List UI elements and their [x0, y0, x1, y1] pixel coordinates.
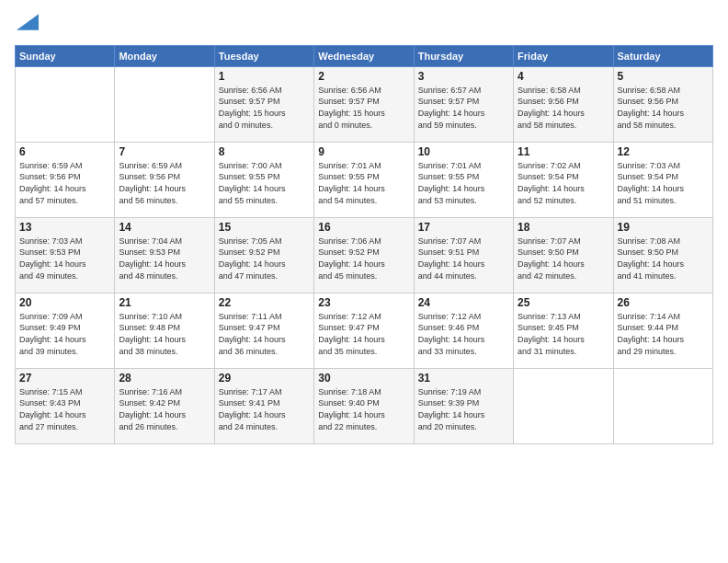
calendar-cell: 28Sunrise: 7:16 AM Sunset: 9:42 PM Dayli…	[115, 368, 214, 443]
calendar-cell: 17Sunrise: 7:07 AM Sunset: 9:51 PM Dayli…	[414, 217, 513, 293]
week-row-2: 6Sunrise: 6:59 AM Sunset: 9:56 PM Daylig…	[16, 142, 713, 217]
day-number: 27	[19, 372, 110, 385]
day-number: 7	[119, 145, 210, 158]
day-number: 13	[19, 221, 110, 234]
day-info: Sunrise: 7:02 AM Sunset: 9:54 PM Dayligh…	[518, 160, 609, 206]
page-header	[15, 15, 713, 38]
calendar-cell: 26Sunrise: 7:14 AM Sunset: 9:44 PM Dayli…	[613, 293, 712, 368]
day-info: Sunrise: 6:58 AM Sunset: 9:56 PM Dayligh…	[618, 85, 709, 131]
day-info: Sunrise: 7:18 AM Sunset: 9:40 PM Dayligh…	[318, 386, 409, 432]
calendar-cell: 13Sunrise: 7:03 AM Sunset: 9:53 PM Dayli…	[16, 217, 115, 293]
day-info: Sunrise: 7:12 AM Sunset: 9:47 PM Dayligh…	[318, 311, 409, 357]
col-header-sunday: Sunday	[16, 45, 115, 66]
day-number: 6	[19, 145, 110, 158]
calendar-cell: 16Sunrise: 7:06 AM Sunset: 9:52 PM Dayli…	[314, 217, 414, 293]
day-info: Sunrise: 7:15 AM Sunset: 9:43 PM Dayligh…	[19, 386, 110, 432]
week-row-1: 1Sunrise: 6:56 AM Sunset: 9:57 PM Daylig…	[16, 66, 713, 142]
calendar-cell: 2Sunrise: 6:56 AM Sunset: 9:57 PM Daylig…	[314, 66, 414, 142]
day-info: Sunrise: 7:07 AM Sunset: 9:50 PM Dayligh…	[518, 236, 609, 282]
week-row-5: 27Sunrise: 7:15 AM Sunset: 9:43 PM Dayli…	[16, 368, 713, 443]
day-number: 18	[518, 221, 609, 234]
col-header-friday: Friday	[514, 45, 613, 66]
calendar-cell: 24Sunrise: 7:12 AM Sunset: 9:46 PM Dayli…	[414, 293, 513, 368]
logo	[15, 15, 39, 38]
col-header-wednesday: Wednesday	[314, 45, 414, 66]
calendar-cell: 14Sunrise: 7:04 AM Sunset: 9:53 PM Dayli…	[115, 217, 214, 293]
calendar-cell: 1Sunrise: 6:56 AM Sunset: 9:57 PM Daylig…	[214, 66, 313, 142]
day-info: Sunrise: 7:12 AM Sunset: 9:46 PM Dayligh…	[418, 311, 509, 357]
calendar-cell: 8Sunrise: 7:00 AM Sunset: 9:55 PM Daylig…	[214, 142, 313, 217]
calendar-cell: 6Sunrise: 6:59 AM Sunset: 9:56 PM Daylig…	[16, 142, 115, 217]
day-info: Sunrise: 6:56 AM Sunset: 9:57 PM Dayligh…	[318, 85, 409, 131]
day-info: Sunrise: 7:01 AM Sunset: 9:55 PM Dayligh…	[318, 160, 409, 206]
day-info: Sunrise: 7:13 AM Sunset: 9:45 PM Dayligh…	[518, 311, 609, 357]
day-number: 17	[418, 221, 509, 234]
calendar-cell: 9Sunrise: 7:01 AM Sunset: 9:55 PM Daylig…	[314, 142, 414, 217]
day-number: 29	[219, 372, 310, 385]
day-number: 10	[418, 145, 509, 158]
calendar-cell: 21Sunrise: 7:10 AM Sunset: 9:48 PM Dayli…	[115, 293, 214, 368]
calendar-cell: 22Sunrise: 7:11 AM Sunset: 9:47 PM Dayli…	[214, 293, 313, 368]
day-info: Sunrise: 7:03 AM Sunset: 9:54 PM Dayligh…	[618, 160, 709, 206]
calendar-cell	[514, 368, 613, 443]
calendar-cell: 15Sunrise: 7:05 AM Sunset: 9:52 PM Dayli…	[214, 217, 313, 293]
day-number: 21	[119, 296, 210, 309]
day-info: Sunrise: 7:16 AM Sunset: 9:42 PM Dayligh…	[119, 386, 210, 432]
day-number: 1	[219, 70, 310, 83]
day-info: Sunrise: 6:59 AM Sunset: 9:56 PM Dayligh…	[119, 160, 210, 206]
day-number: 14	[119, 221, 210, 234]
day-info: Sunrise: 7:17 AM Sunset: 9:41 PM Dayligh…	[219, 386, 310, 432]
day-info: Sunrise: 7:00 AM Sunset: 9:55 PM Dayligh…	[219, 160, 310, 206]
calendar-cell: 30Sunrise: 7:18 AM Sunset: 9:40 PM Dayli…	[314, 368, 414, 443]
week-row-4: 20Sunrise: 7:09 AM Sunset: 9:49 PM Dayli…	[16, 293, 713, 368]
day-number: 26	[618, 296, 709, 309]
day-number: 20	[19, 296, 110, 309]
calendar-cell: 11Sunrise: 7:02 AM Sunset: 9:54 PM Dayli…	[514, 142, 613, 217]
day-number: 22	[219, 296, 310, 309]
calendar-cell: 4Sunrise: 6:58 AM Sunset: 9:56 PM Daylig…	[514, 66, 613, 142]
day-info: Sunrise: 7:08 AM Sunset: 9:50 PM Dayligh…	[618, 236, 709, 282]
day-number: 15	[219, 221, 310, 234]
day-number: 16	[318, 221, 409, 234]
calendar-cell: 25Sunrise: 7:13 AM Sunset: 9:45 PM Dayli…	[514, 293, 613, 368]
day-info: Sunrise: 6:57 AM Sunset: 9:57 PM Dayligh…	[418, 85, 509, 131]
calendar-cell: 18Sunrise: 7:07 AM Sunset: 9:50 PM Dayli…	[514, 217, 613, 293]
day-number: 3	[418, 70, 509, 83]
day-number: 9	[318, 145, 409, 158]
calendar-cell: 23Sunrise: 7:12 AM Sunset: 9:47 PM Dayli…	[314, 293, 414, 368]
day-number: 28	[119, 372, 210, 385]
calendar-cell: 12Sunrise: 7:03 AM Sunset: 9:54 PM Dayli…	[613, 142, 712, 217]
day-number: 30	[318, 372, 409, 385]
day-info: Sunrise: 7:05 AM Sunset: 9:52 PM Dayligh…	[219, 236, 310, 282]
calendar-header-row: SundayMondayTuesdayWednesdayThursdayFrid…	[16, 45, 713, 66]
calendar-cell: 31Sunrise: 7:19 AM Sunset: 9:39 PM Dayli…	[414, 368, 513, 443]
day-info: Sunrise: 7:07 AM Sunset: 9:51 PM Dayligh…	[418, 236, 509, 282]
day-number: 11	[518, 145, 609, 158]
calendar-cell: 27Sunrise: 7:15 AM Sunset: 9:43 PM Dayli…	[16, 368, 115, 443]
day-info: Sunrise: 7:09 AM Sunset: 9:49 PM Dayligh…	[19, 311, 110, 357]
day-number: 25	[518, 296, 609, 309]
calendar-cell	[16, 66, 115, 142]
day-info: Sunrise: 7:11 AM Sunset: 9:47 PM Dayligh…	[219, 311, 310, 357]
logo-icon	[17, 13, 39, 31]
day-info: Sunrise: 7:03 AM Sunset: 9:53 PM Dayligh…	[19, 236, 110, 282]
week-row-3: 13Sunrise: 7:03 AM Sunset: 9:53 PM Dayli…	[16, 217, 713, 293]
calendar-table: SundayMondayTuesdayWednesdayThursdayFrid…	[15, 45, 713, 444]
calendar-cell: 7Sunrise: 6:59 AM Sunset: 9:56 PM Daylig…	[115, 142, 214, 217]
calendar-body: 1Sunrise: 6:56 AM Sunset: 9:57 PM Daylig…	[16, 66, 713, 443]
day-info: Sunrise: 6:58 AM Sunset: 9:56 PM Dayligh…	[518, 85, 609, 131]
day-info: Sunrise: 7:19 AM Sunset: 9:39 PM Dayligh…	[418, 386, 509, 432]
calendar-cell: 10Sunrise: 7:01 AM Sunset: 9:55 PM Dayli…	[414, 142, 513, 217]
day-number: 19	[618, 221, 709, 234]
calendar-cell: 3Sunrise: 6:57 AM Sunset: 9:57 PM Daylig…	[414, 66, 513, 142]
calendar-cell: 29Sunrise: 7:17 AM Sunset: 9:41 PM Dayli…	[214, 368, 313, 443]
day-info: Sunrise: 7:01 AM Sunset: 9:55 PM Dayligh…	[418, 160, 509, 206]
day-number: 5	[618, 70, 709, 83]
day-number: 4	[518, 70, 609, 83]
day-info: Sunrise: 6:56 AM Sunset: 9:57 PM Dayligh…	[219, 85, 310, 131]
day-info: Sunrise: 7:14 AM Sunset: 9:44 PM Dayligh…	[618, 311, 709, 357]
day-number: 8	[219, 145, 310, 158]
svg-marker-0	[17, 14, 39, 30]
col-header-monday: Monday	[115, 45, 214, 66]
calendar-cell: 20Sunrise: 7:09 AM Sunset: 9:49 PM Dayli…	[16, 293, 115, 368]
